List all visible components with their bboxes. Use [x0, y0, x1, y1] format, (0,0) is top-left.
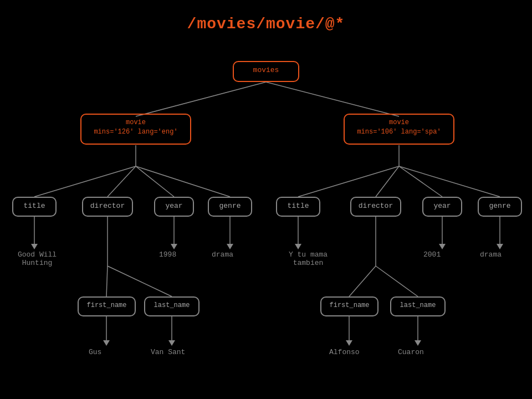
movies-label: movies: [253, 66, 279, 74]
svg-line-1: [266, 82, 399, 116]
svg-marker-24: [168, 340, 175, 346]
svg-line-19: [106, 266, 108, 296]
text-genre2-value: drama: [480, 250, 502, 259]
svg-line-8: [298, 166, 399, 197]
title1-label: title: [23, 202, 45, 210]
node-firstname1: first_name: [78, 296, 136, 316]
svg-marker-17: [227, 244, 233, 249]
lastname1-label: last_name: [154, 301, 190, 309]
svg-marker-28: [439, 244, 446, 249]
svg-line-3: [34, 166, 136, 197]
svg-marker-35: [346, 340, 352, 346]
text-cuaron: Cuaron: [398, 348, 424, 356]
y-tu-mama-value: Y tu mama tambien: [289, 250, 328, 267]
cuaron-value: Cuaron: [398, 348, 424, 356]
svg-marker-15: [171, 244, 177, 249]
text-genre1-value: drama: [212, 250, 233, 259]
year2-value: 2001: [423, 250, 441, 259]
gus-value: Gus: [89, 348, 101, 356]
genre2-value: drama: [480, 250, 502, 259]
svg-marker-37: [415, 340, 421, 346]
node-genre2: genre: [478, 197, 522, 217]
node-firstname2: first_name: [320, 296, 378, 316]
svg-line-10: [399, 166, 442, 197]
text-gus: Gus: [89, 348, 101, 356]
director2-label: director: [359, 202, 393, 210]
node-director1: director: [82, 197, 133, 217]
svg-line-0: [136, 82, 266, 116]
firstname2-label: first_name: [329, 301, 369, 309]
page-title: /movies/movie/@*: [0, 0, 532, 33]
movie2-label: moviemins='106' lang='spa': [357, 119, 441, 136]
text-year1-value: 1998: [159, 250, 176, 259]
node-lastname2: last_name: [390, 296, 446, 316]
genre1-value: drama: [212, 250, 233, 259]
svg-line-32: [349, 266, 376, 296]
firstname1-label: first_name: [86, 301, 126, 309]
text-van-sant: Van Sant: [151, 348, 185, 356]
svg-line-5: [136, 166, 174, 197]
title2-label: title: [287, 202, 309, 210]
svg-marker-26: [295, 244, 301, 249]
good-will-hunting-value: Good Will Hunting: [18, 250, 57, 267]
year1-label: year: [165, 202, 182, 210]
van-sant-value: Van Sant: [151, 348, 185, 356]
year1-value: 1998: [159, 250, 176, 259]
svg-marker-22: [103, 340, 110, 346]
year2-label: year: [433, 202, 451, 210]
node-title1: title: [12, 197, 57, 217]
genre2-label: genre: [489, 202, 510, 210]
svg-marker-30: [497, 244, 503, 249]
lastname2-label: last_name: [400, 301, 436, 309]
svg-line-20: [108, 266, 172, 296]
text-y-tu-mama: Y tu mama tambien: [280, 250, 336, 267]
svg-line-4: [108, 166, 136, 197]
text-good-will-hunting: Good Will Hunting: [12, 250, 62, 267]
node-year1: year: [154, 197, 194, 217]
svg-line-9: [376, 166, 399, 197]
node-movies: movies: [233, 61, 299, 82]
node-movie2: moviemins='106' lang='spa': [344, 114, 454, 145]
node-director2: director: [350, 197, 401, 217]
svg-line-11: [399, 166, 500, 197]
svg-line-33: [376, 266, 418, 296]
node-lastname1: last_name: [144, 296, 200, 316]
director1-label: director: [90, 202, 125, 210]
node-genre1: genre: [208, 197, 252, 217]
svg-line-6: [136, 166, 230, 197]
genre1-label: genre: [219, 202, 241, 210]
text-alfonso: Alfonso: [329, 348, 360, 356]
text-year2-value: 2001: [423, 250, 441, 259]
svg-marker-13: [31, 244, 38, 249]
node-title2: title: [276, 197, 320, 217]
node-movie1: moviemins='126' lang='eng': [80, 114, 191, 145]
node-year2: year: [422, 197, 462, 217]
movie1-label: moviemins='126' lang='eng': [94, 119, 177, 136]
alfonso-value: Alfonso: [329, 348, 360, 356]
